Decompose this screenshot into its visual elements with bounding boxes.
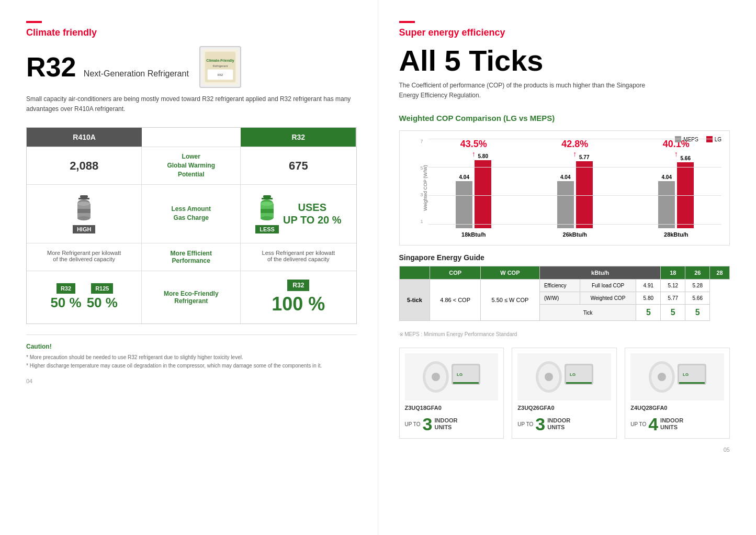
table-header-row: COP W COP kBtu/h 18 26 28 — [399, 266, 730, 280]
svg-text:LG: LG — [457, 372, 462, 377]
tick-26: 5 — [661, 305, 685, 321]
r410a-mix: R32 50 % R125 50 % — [50, 283, 118, 311]
section-line-left — [26, 21, 42, 23]
section-title-left: Climate friendly — [26, 27, 357, 38]
units-label-2: INDOORUNITS — [547, 417, 570, 431]
product-name-2: Z3UQ26GFA0 — [517, 405, 611, 411]
bar-chart: MEPS LG Weighted COP (W/W) 7 5 3 1 — [399, 130, 730, 246]
r32-eco: R32 100 % — [241, 271, 356, 324]
svg-rect-6 — [80, 195, 88, 198]
comp-row-4: R32 50 % R125 50 % More Eco-Friendly Ref… — [27, 271, 356, 324]
svg-text:LG: LG — [570, 372, 576, 377]
svg-text:Climate-Friendly: Climate-Friendly — [206, 59, 234, 63]
th-kbtu: kBtu/h — [539, 266, 660, 280]
product-card-1: LG Z3UQ18GFA0 UP TO 3 INDOORUNITS — [399, 348, 504, 439]
header-r32: R32 — [241, 128, 356, 147]
product-units-1: UP TO 3 INDOORUNITS — [405, 415, 499, 433]
comp-header: R410A R32 — [27, 128, 356, 147]
flcop-18: 4.91 — [636, 280, 661, 292]
comp-row-3: More Refrigerant per kilowatt of the del… — [27, 243, 356, 271]
product-name-3: Z4UQ28GFA0 — [630, 405, 724, 411]
product-image-1: LG — [405, 353, 499, 400]
caution-note2: * Higher discharge temperature may cause… — [26, 362, 357, 370]
high-badge: HIGH — [73, 225, 96, 233]
r32-heading: R32 Next-Generation Refrigerant Climate-… — [26, 46, 357, 88]
label-18: 18kBtu/h — [461, 231, 486, 238]
r410a-gwp: 2,088 — [27, 147, 142, 184]
energy-guide-title: Singapore Energy Guide — [399, 253, 730, 262]
comp-row-1: 2,088 Lower Global Warming Potential 675 — [27, 147, 356, 184]
r32-gwp: 675 — [241, 147, 356, 184]
th-empty1 — [399, 266, 430, 280]
product-name-1: Z3UQ18GFA0 — [405, 405, 499, 411]
cop-range: 4.86 < COP — [430, 280, 480, 321]
r125-tag: R125 — [91, 283, 113, 294]
svg-point-24 — [432, 373, 440, 381]
less-badge: LESS — [255, 225, 279, 233]
tick-18: 5 — [636, 305, 661, 321]
left-description: Small capacity air-conditioners are bein… — [26, 94, 357, 114]
page-num-right: 05 — [399, 447, 730, 453]
th-28: 28 — [710, 266, 730, 280]
eco-label: More Eco-Friendly Refrigerant — [142, 271, 241, 324]
product-image-3: LG — [630, 353, 724, 400]
tick-28: 5 — [685, 305, 710, 321]
svg-point-31 — [545, 373, 553, 381]
flcop-26: 5.12 — [661, 280, 685, 292]
uses-less-text: USES UP TO 20 % — [283, 201, 342, 226]
svg-rect-33 — [566, 382, 592, 384]
svg-point-11 — [77, 216, 90, 220]
all5-heading: All 5 Ticks — [399, 46, 730, 75]
energy-table: COP W COP kBtu/h 18 26 28 5-tick 4.86 < … — [399, 266, 730, 321]
caution-title: Caution! — [26, 343, 357, 350]
table-row-5tick: 5-tick 4.86 < COP 5.50 ≤ W COP Efficienc… — [399, 280, 730, 292]
y-axis-ticks: 7 5 3 1 — [421, 139, 423, 224]
comparison-table: R410A R32 2,088 Lower Global Warming Pot… — [26, 127, 357, 324]
product-card-3: LG Z4UQ28GFA0 UP TO 4 INDOORUNITS — [625, 348, 730, 439]
r410a-refrigerant-text: More Refrigerant per kilowatt of the del… — [27, 243, 142, 271]
svg-text:Refrigerant: Refrigerant — [212, 64, 228, 68]
svg-rect-14 — [262, 198, 273, 199]
svg-point-38 — [658, 373, 666, 381]
r32-gas: LESS USES UP TO 20 % — [241, 185, 356, 243]
left-panel: Climate friendly R32 Next-Generation Ref… — [0, 0, 378, 535]
weighted-cop-label: Weighted COP — [580, 292, 636, 305]
page: Climate friendly R32 Next-Generation Ref… — [0, 0, 756, 535]
svg-rect-13 — [263, 195, 271, 198]
svg-rect-7 — [78, 198, 89, 199]
label-28: 28kBtu/h — [664, 231, 688, 238]
efficient-label: More Efficient Performance — [142, 243, 241, 271]
climate-friendly-badge: Climate-Friendly Refrigerant R32 — [199, 46, 241, 88]
product-image-2: LG — [517, 353, 611, 400]
svg-rect-19 — [261, 209, 274, 213]
section-title-right: Super energy efficiency — [399, 27, 730, 38]
caution-note1: * More precaution should be needed to us… — [26, 353, 357, 362]
cop-description: The Coefficient of performance (COP) of … — [399, 81, 661, 101]
section-line-right — [399, 21, 415, 23]
th-cop: COP — [430, 266, 480, 280]
r410a-eco: R32 50 % R125 50 % — [27, 271, 142, 324]
product-units-2: UP TO 3 INDOORUNITS — [517, 415, 611, 433]
chart-title: Weighted COP Comparison (LG vs MEPS) — [399, 114, 730, 122]
product-card-2: LG Z3UQ26GFA0 UP TO 3 INDOORUNITS — [512, 348, 617, 439]
th-18: 18 — [661, 266, 685, 280]
caution-section: Caution! * More precaution should be nee… — [26, 335, 357, 370]
meps-note: ※ MEPS : Minimum Energy Performance Stan… — [399, 331, 730, 337]
svg-point-17 — [261, 202, 273, 206]
wcop-26: 5.77 — [661, 292, 685, 305]
gas-charge-label: Less Amount Gas Charge — [142, 185, 241, 243]
wcop-18: 5.80 — [636, 292, 661, 305]
svg-point-18 — [261, 216, 273, 220]
wcop-range: 5.50 ≤ W COP — [480, 280, 539, 321]
th-wcop: W COP — [480, 266, 539, 280]
r32-number: R32 Next-Generation Refrigerant — [26, 53, 189, 81]
y-axis-label: Weighted COP (W/W) — [422, 165, 427, 211]
full-load-cop-label: Full load COP — [580, 280, 636, 292]
svg-rect-40 — [679, 382, 705, 384]
five-tick-cell: 5-tick — [399, 280, 430, 321]
comp-row-2: HIGH Less Amount Gas Charge — [27, 184, 356, 243]
r32-refrigerant-text: Less Refrigerant per kilowatt of the del… — [241, 243, 356, 271]
r410a-gas: HIGH — [27, 185, 142, 243]
label-26: 26kBtu/h — [563, 231, 587, 238]
uses-less: LESS USES UP TO 20 % — [255, 194, 342, 233]
